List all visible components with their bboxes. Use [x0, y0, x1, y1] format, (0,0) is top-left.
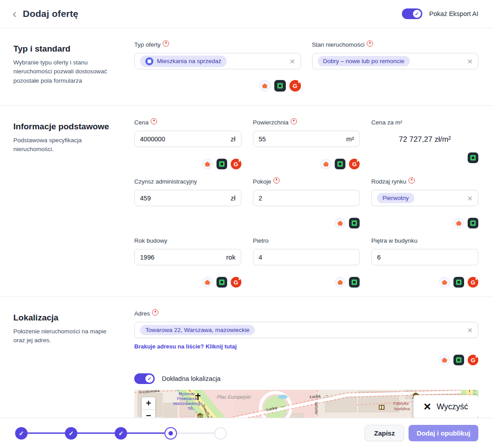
ai-export-toggle[interactable]: ✓	[402, 8, 422, 19]
section-info-header: Informacje podstawowe Podstawowa specyfi…	[13, 106, 134, 296]
portal-house-icon[interactable]	[259, 80, 271, 92]
portal-otodom-icon[interactable]	[216, 159, 227, 169]
portal-house-icon[interactable]	[453, 218, 464, 228]
back-chevron-icon[interactable]: ‹	[12, 8, 16, 19]
info-row-2: Czynsz administracyjny zł Pokoje *	[134, 178, 478, 237]
cena-label-text: Cena	[134, 119, 148, 126]
step-4-current[interactable]	[164, 427, 177, 440]
portal-otodom-icon[interactable]	[216, 277, 227, 288]
map-clear-button[interactable]: × Wyczyść	[413, 395, 478, 418]
section-typ-i-standard: Typ i standard Wybranie typu oferty i st…	[0, 28, 493, 106]
cena-za-m2-value: 72 727,27 zł/m²	[371, 135, 478, 144]
map-zoom-out-button[interactable]: −	[142, 410, 155, 418]
powierzchnia-input[interactable]	[259, 136, 343, 143]
section-lok-description: Położenie nieruchomości na mapie oraz je…	[13, 327, 119, 345]
info-row-1: Cena * zł G	[134, 119, 478, 178]
exact-location-toggle[interactable]: ✓	[134, 373, 155, 384]
gratka-letter: G	[471, 357, 475, 364]
cena-inputbox: zł	[134, 131, 241, 147]
stan-chip[interactable]: Dobry – nowe lub po remoncie	[318, 56, 410, 66]
portal-otodom-icon[interactable]	[335, 159, 345, 169]
portal-gratka-icon[interactable]: G	[468, 277, 478, 288]
rodzaj-rynku-chip[interactable]: Pierwotny	[377, 193, 414, 203]
required-icon: *	[273, 177, 280, 184]
step-1-done[interactable]: ✓	[15, 427, 28, 440]
czynsz-inputbox: zł	[134, 190, 241, 206]
portal-house-icon[interactable]	[335, 277, 345, 288]
clear-icon[interactable]: ×	[464, 57, 473, 66]
czynsz-suffix: zł	[231, 194, 236, 202]
rok-budowy-inputbox: rok	[134, 249, 241, 265]
clear-x-icon: ×	[424, 402, 431, 412]
map-label-plac-europejski: Plac Europejski	[217, 394, 251, 400]
portal-gratka-icon[interactable]: G	[349, 159, 360, 169]
adres-chip-text: Towarowa 22, Warszawa, mazowieckie	[145, 327, 249, 333]
portal-house-icon[interactable]	[202, 277, 213, 288]
map-label-muzeum-1: Muzeum	[179, 391, 195, 396]
gratka-letter: G	[352, 161, 357, 168]
section-lokalizacja: Lokalizacja Położenie nieruchomości na m…	[0, 297, 493, 418]
location-map[interactable]: Grzybowska Muzeum Powstania Warszawskieg…	[134, 390, 478, 418]
portal-otodom-icon[interactable]	[468, 152, 478, 163]
rok-budowy-input[interactable]	[140, 254, 223, 261]
field-pokoje: Pokoje *	[253, 178, 360, 229]
portal-otodom-icon[interactable]	[453, 277, 464, 288]
save-button[interactable]: Zapisz	[365, 425, 404, 441]
rok-budowy-label: Rok budowy	[134, 237, 241, 246]
typ-oferty-chip-text: Mieszkania na sprzedaż	[157, 58, 221, 64]
section-typ-title: Typ i standard	[13, 44, 134, 54]
portal-gratka-icon[interactable]: G	[468, 355, 478, 365]
missing-address-link[interactable]: Brakuje adresu na liście? Kliknij tutaj	[134, 343, 236, 350]
clear-icon[interactable]: ×	[464, 194, 473, 203]
field-adres: Adres * Towarowa 22, Warszawa, mazowieck…	[134, 310, 478, 418]
portal-otodom-icon[interactable]	[349, 218, 360, 228]
publish-button[interactable]: Dodaj i opublikuj	[409, 425, 478, 441]
portal-otodom-icon[interactable]	[468, 218, 478, 228]
portal-otodom-icon[interactable]	[349, 277, 360, 288]
portal-icons-row: G	[134, 158, 241, 170]
step-connector	[28, 432, 65, 434]
toggle-knob-check-icon: ✓	[413, 10, 421, 18]
adres-chip[interactable]: Towarowa 22, Warszawa, mazowieckie	[140, 325, 255, 335]
map-street-arrow: →	[280, 404, 285, 409]
czynsz-input[interactable]	[140, 195, 227, 202]
portal-icons-row: G	[134, 276, 241, 288]
portal-gratka-icon[interactable]: G	[231, 159, 241, 169]
progress-stepper: ✓ ✓ ✓	[15, 427, 227, 440]
stan-select[interactable]: Dobry – nowe lub po remoncie ×	[312, 53, 479, 69]
required-icon: *	[152, 309, 158, 316]
portal-icons-row	[371, 217, 478, 229]
step-connector	[127, 432, 164, 434]
portal-house-icon[interactable]	[439, 277, 450, 288]
step-2-done[interactable]: ✓	[65, 427, 77, 440]
typ-oferty-select[interactable]: Mieszkania na sprzedaż ×	[134, 53, 301, 69]
footer-bar: ✓ ✓ ✓ Zapisz Dodaj i opublikuj	[0, 418, 493, 448]
pietro-input[interactable]	[259, 254, 354, 261]
field-czynsz: Czynsz administracyjny zł	[134, 178, 241, 229]
pokoje-input[interactable]	[259, 195, 354, 202]
pietro-label: Pietro	[253, 237, 360, 246]
rodzaj-rynku-select[interactable]: Pierwotny ×	[371, 190, 478, 206]
pietra-input[interactable]	[377, 254, 473, 261]
section-typ-description: Wybranie typu oferty i stanu nieruchomoś…	[13, 58, 119, 85]
step-5-upcoming[interactable]	[214, 427, 227, 440]
required-icon: *	[367, 40, 373, 47]
typ-oferty-chip[interactable]: Mieszkania na sprzedaż	[140, 56, 227, 67]
clear-icon[interactable]: ×	[286, 57, 295, 66]
clear-icon[interactable]: ×	[464, 326, 473, 335]
portal-house-icon[interactable]	[335, 218, 345, 228]
map-zoom-in-button[interactable]: +	[142, 397, 155, 410]
adres-select[interactable]: Towarowa 22, Warszawa, mazowieckie ×	[134, 322, 478, 338]
portal-otodom-icon[interactable]	[274, 80, 286, 92]
portal-house-icon[interactable]	[321, 159, 331, 169]
cena-input[interactable]	[140, 136, 227, 143]
portal-gratka-icon[interactable]: G	[231, 277, 241, 288]
portal-otodom-icon[interactable]	[453, 355, 464, 365]
portal-house-icon[interactable]	[439, 355, 450, 365]
map-label-wronia: Wronia	[314, 402, 319, 415]
portal-house-icon[interactable]	[202, 159, 213, 169]
portal-gratka-icon[interactable]: G	[289, 80, 301, 92]
page-title: Dodaj ofertę	[23, 8, 78, 19]
step-3-done[interactable]: ✓	[115, 427, 127, 440]
section-lok-header: Lokalizacja Położenie nieruchomości na m…	[13, 297, 134, 418]
